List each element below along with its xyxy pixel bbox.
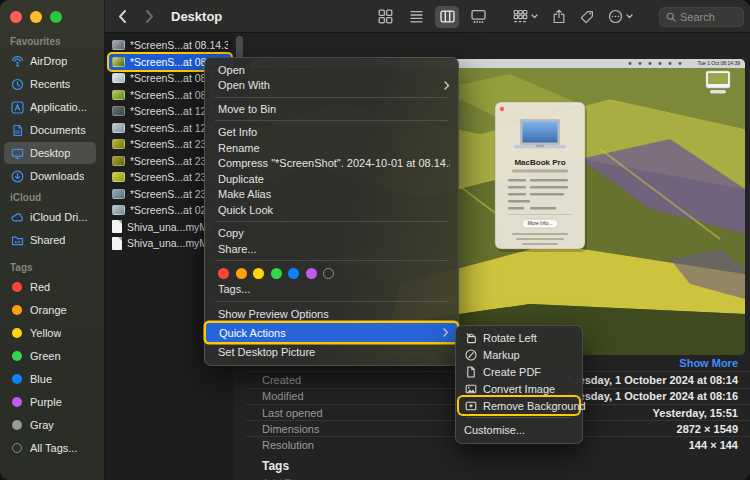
sidebar-tag-gray[interactable]: Gray [4,414,96,436]
sidebar-item-documents[interactable]: Documents [4,119,96,141]
menu-separator [215,260,448,261]
menu-item-label: Rename [218,142,450,154]
icon-view-button[interactable] [373,6,397,28]
tag-icon [580,10,594,24]
file-name: *ScreenS...at 02.3 [130,204,215,216]
chevron-right-icon [444,81,450,90]
menu-item-create-pdf[interactable]: Create PDF [456,364,582,381]
menu-item-label: Markup [483,349,520,361]
sidebar-item-shared[interactable]: Shared [4,229,96,251]
screenshot-thumbnail-icon [112,40,125,50]
sidebar-tag-red[interactable]: Red [4,276,96,298]
menu-item-convert-image[interactable]: Convert Image [456,380,582,397]
sidebar-item-recents[interactable]: Recents [4,73,96,95]
sidebar-item-desktop[interactable]: Desktop [4,142,96,164]
sidebar-tag-yellow[interactable]: Yellow [4,322,96,344]
menu-separator [215,97,448,98]
menu-item-show-preview-options[interactable]: Show Preview Options [205,305,458,322]
menu-item-compress[interactable]: Compress "*ScreenShot". 2024-10-01 at 08… [205,156,458,172]
menu-item-markup[interactable]: Markup [456,347,582,364]
sidebar-item-label: Downloads [30,170,84,182]
captured-more-info-button: More Info... [528,221,552,226]
sidebar-item-all-tags[interactable]: All Tags... [4,437,96,459]
column-view-button[interactable] [435,6,459,28]
file-name: *ScreenS...at 08.1 [130,56,215,68]
gallery-view-button[interactable] [466,6,490,28]
captured-menubar-clock: Tue 1 Oct 08:14:39 [697,60,740,66]
section-title: iCloud [0,192,100,203]
sidebar-item-applications[interactable]: Applicatio... [4,96,96,118]
menu-item-rename[interactable]: Rename [205,140,458,156]
sidebar-item-airdrop[interactable]: AirDrop [4,50,96,72]
applications-icon [10,100,24,114]
close-window-button[interactable] [10,11,22,23]
sidebar-item-downloads[interactable]: Downloads [4,165,96,187]
menu-item-rotate-left[interactable]: Rotate Left [456,330,582,347]
sidebar-tag-purple[interactable]: Purple [4,391,96,413]
menu-item-quick-actions[interactable]: Quick Actions [206,323,457,342]
file-name: *ScreenS...at 08.5 [130,72,215,84]
metadata-label: Created [262,374,301,386]
zoom-window-button[interactable] [50,11,62,23]
menu-item-tags[interactable]: Tags... [205,282,458,298]
group-by-button[interactable] [513,9,538,24]
list-view-button[interactable] [404,6,428,28]
file-name: *ScreenS...at 23.3 [130,155,215,167]
document-icon [10,123,24,137]
menu-item-label: Share... [218,243,450,255]
forward-button[interactable] [144,9,155,24]
menu-item-customise[interactable]: Customise... [456,422,582,439]
menu-item-open[interactable]: Open [205,62,458,78]
sidebar-tag-blue[interactable]: Blue [4,368,96,390]
menu-item-open-with[interactable]: Open With [205,78,458,94]
show-more-link[interactable]: Show More [679,357,738,369]
file-row[interactable]: *ScreenS...at 08.14.35 [109,37,231,54]
back-button[interactable] [117,9,128,24]
menu-item-move-to-bin[interactable]: Move to Bin [205,101,458,117]
menu-item-label: Remove Background [483,400,586,412]
sidebar-tag-green[interactable]: Green [4,345,96,367]
more-actions-button[interactable] [608,9,633,24]
list-icon [409,9,424,24]
gray-tag-icon [12,420,22,430]
blue-tag-dot[interactable] [288,268,299,279]
tags-button[interactable] [580,10,594,24]
search-field[interactable] [659,7,744,27]
metadata-label: Resolution [262,439,314,451]
yellow-tag-dot[interactable] [253,268,264,279]
metadata-label: Last opened [262,407,323,419]
sidebar-tag-orange[interactable]: Orange [4,299,96,321]
menu-item-quick-look[interactable]: Quick Look [205,202,458,218]
sidebar: Favourites AirDrop Recents Applicatio...… [0,0,105,480]
minimize-window-button[interactable] [30,11,42,23]
menu-item-get-info[interactable]: Get Info [205,125,458,141]
menu-item-copy[interactable]: Copy [205,226,458,242]
add-tags-field[interactable]: Add Tags... [246,475,750,480]
sidebar-item-icloud-drive[interactable]: iCloud Dri... [4,206,96,228]
menu-item-share[interactable]: Share... [205,241,458,257]
metadata-value: Tuesday, 1 October 2024 at 08:16 [566,390,738,402]
clock-icon [10,77,24,91]
search-input[interactable] [680,11,738,23]
document-file-icon [112,237,122,250]
document-file-icon [112,220,122,233]
finder-window: Favourites AirDrop Recents Applicatio...… [0,0,750,480]
purple-tag-dot[interactable] [306,268,317,279]
orange-tag-dot[interactable] [236,268,247,279]
rotate-left-icon [464,332,477,345]
menu-item-label: Open [218,64,450,76]
no-tag-dot[interactable] [323,268,334,279]
menu-item-label: Duplicate [218,173,450,185]
share-button[interactable] [552,9,566,24]
menu-item-set-desktop-picture[interactable]: Set Desktop Picture [205,343,458,360]
red-tag-dot[interactable] [218,268,229,279]
menu-item-label: Get Info [218,126,450,138]
purple-tag-icon [12,397,22,407]
convert-image-icon [464,382,477,395]
green-tag-dot[interactable] [271,268,282,279]
menu-item-make-alias[interactable]: Make Alias [205,187,458,203]
menu-item-remove-background[interactable]: Remove Background [459,397,579,414]
sidebar-section-icloud: iCloud iCloud Dri... Shared [0,192,100,252]
file-name: *ScreenS...at 23.3 [130,138,215,150]
menu-item-duplicate[interactable]: Duplicate [205,171,458,187]
